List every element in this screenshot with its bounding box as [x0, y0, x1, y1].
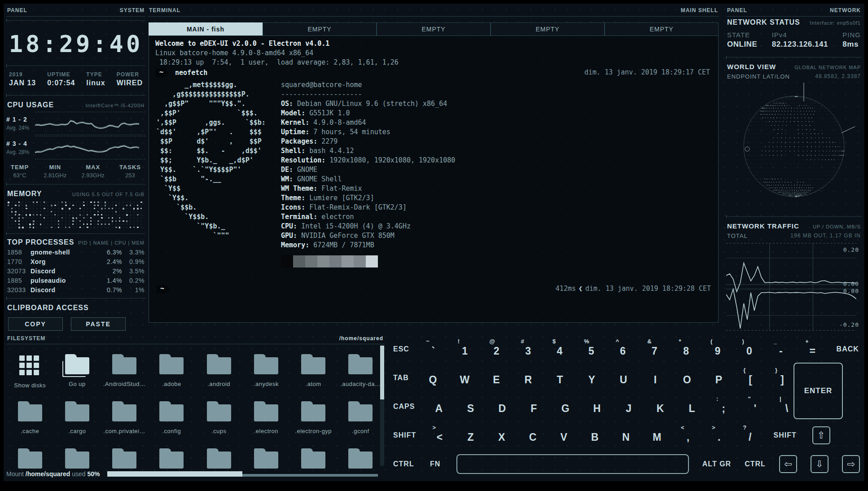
key-z[interactable]: Z — [463, 423, 478, 447]
key--[interactable]: =+ — [805, 337, 820, 361]
key-9[interactable]: 9( — [710, 337, 725, 361]
filesystem-item[interactable]: .AndroidStud… — [101, 349, 148, 396]
arrow-down-key[interactable]: ⇩ — [811, 455, 829, 473]
key-shift[interactable]: SHIFT — [393, 423, 416, 447]
key--[interactable]: ]} — [775, 366, 790, 390]
key-m[interactable]: M — [649, 423, 665, 447]
key-a[interactable]: A — [431, 395, 447, 419]
paste-button[interactable]: PASTE — [71, 317, 126, 331]
terminal-panel-header: TERMINAL MAIN SHELL — [148, 5, 719, 17]
process-cpu: 2.4% — [99, 258, 122, 265]
key-p[interactable]: P — [711, 366, 726, 390]
filesystem-item[interactable]: Show disks — [6, 349, 53, 396]
filesystem-item[interactable]: .adobe — [148, 349, 195, 396]
key--[interactable]: \| — [779, 395, 794, 419]
filesystem-grid: Show disksGo up.AndroidStud….adobe.andro… — [6, 344, 384, 479]
key-o[interactable]: O — [679, 366, 695, 390]
key-g[interactable]: G — [558, 395, 573, 419]
key-n[interactable]: N — [618, 423, 634, 447]
terminal-tab[interactable]: EMPTY — [377, 22, 491, 35]
key--[interactable]: <> — [432, 423, 447, 447]
world-globe[interactable] — [727, 83, 861, 213]
key-s[interactable]: S — [463, 395, 478, 419]
key--[interactable]: ,< — [680, 423, 696, 447]
network-status-title: NETWORK STATUS — [727, 18, 800, 26]
filesystem-item[interactable]: .cargo — [53, 396, 101, 443]
key-fn[interactable]: FN — [428, 452, 443, 476]
key-x[interactable]: X — [494, 423, 509, 447]
key-6[interactable]: 6^ — [615, 337, 631, 361]
filesystem-item-label: .electron — [254, 428, 278, 434]
filesystem-item[interactable]: .atom — [290, 349, 337, 396]
copy-button[interactable]: COPY — [8, 317, 63, 331]
key-c[interactable]: C — [525, 423, 540, 447]
key-t[interactable]: T — [552, 366, 568, 390]
filesystem-item[interactable]: Go up — [53, 349, 101, 396]
key-caps[interactable]: CAPS — [393, 395, 415, 419]
ipv4-cell: IPv4 82.123.126.141 — [772, 31, 828, 49]
key-2[interactable]: 2@ — [489, 337, 504, 361]
filesystem-item[interactable]: .android — [195, 349, 242, 396]
filesystem-item[interactable]: .config — [148, 396, 195, 443]
key-v[interactable]: V — [556, 423, 571, 447]
cpu-group-avg: Avg. 24% — [6, 125, 35, 131]
key-4[interactable]: 4$ — [552, 337, 567, 361]
arrow-up-key[interactable]: ⇧ — [812, 426, 830, 444]
scrollbar-thumb[interactable] — [380, 346, 384, 399]
key-ctrl[interactable]: CTRL — [745, 452, 766, 476]
terminal-tab[interactable]: EMPTY — [491, 22, 605, 35]
enter-key[interactable]: ENTER — [793, 363, 843, 419]
filesystem-item[interactable]: .cups — [195, 396, 242, 443]
space-key[interactable] — [456, 454, 689, 474]
key-alt-gr[interactable]: ALT GR — [702, 452, 731, 476]
max-label: MAX — [82, 164, 105, 171]
filesystem-item[interactable]: .audacity-da… — [337, 349, 384, 396]
key-esc[interactable]: ESC — [393, 337, 409, 361]
key-h[interactable]: H — [589, 395, 605, 419]
filesystem-item[interactable]: .gconf — [337, 396, 384, 443]
key-e[interactable]: E — [489, 366, 504, 390]
arrow-right-key[interactable]: ⇨ — [842, 455, 860, 473]
key-8[interactable]: 8* — [679, 337, 694, 361]
process-row: 1858gnome-shell6.3%3.3% — [6, 247, 145, 257]
key-5[interactable]: 5% — [583, 337, 599, 361]
terminal-tab[interactable]: EMPTY — [263, 22, 377, 35]
key-k[interactable]: K — [653, 395, 668, 419]
key-q[interactable]: Q — [425, 366, 440, 390]
key-tab[interactable]: TAB — [393, 366, 409, 390]
key-l[interactable]: L — [684, 395, 700, 419]
key-f[interactable]: F — [526, 395, 541, 419]
key-r[interactable]: R — [521, 366, 536, 390]
key--[interactable]: '" — [747, 395, 763, 419]
key-back[interactable]: BACK — [837, 337, 859, 361]
key-b[interactable]: B — [587, 423, 602, 447]
key-0[interactable]: 0) — [741, 337, 757, 361]
arrow-left-key[interactable]: ⇦ — [779, 455, 797, 473]
key--[interactable]: [{ — [743, 366, 758, 390]
key-7[interactable]: 7& — [647, 337, 662, 361]
filesystem-scrollbar[interactable] — [380, 346, 384, 466]
key--[interactable]: .> — [711, 423, 727, 447]
key--[interactable]: `~ — [425, 337, 441, 361]
key-ctrl[interactable]: CTRL — [393, 452, 414, 476]
key-1[interactable]: 1! — [457, 337, 473, 361]
key-i[interactable]: I — [648, 366, 663, 390]
filesystem-item[interactable]: .anydesk — [242, 349, 289, 396]
key--[interactable]: ;: — [716, 395, 731, 419]
key-3[interactable]: 3# — [521, 337, 536, 361]
key-y[interactable]: Y — [584, 366, 599, 390]
filesystem-item[interactable]: .electron — [242, 396, 289, 443]
terminal-tab[interactable]: MAIN - fish — [149, 22, 263, 35]
filesystem-item[interactable]: .cache — [6, 396, 53, 443]
key-shift[interactable]: SHIFT — [773, 423, 796, 447]
key--[interactable]: -_ — [773, 337, 789, 361]
terminal-tab[interactable]: EMPTY — [605, 22, 719, 35]
key-j[interactable]: J — [621, 395, 636, 419]
key--[interactable]: /? — [742, 423, 758, 447]
filesystem-item[interactable]: .com.privatei… — [101, 396, 148, 443]
filesystem-item[interactable]: .electron-gyp — [290, 396, 337, 443]
key-d[interactable]: D — [495, 395, 510, 419]
key-w[interactable]: W — [457, 366, 472, 390]
terminal-screen[interactable]: Welcome to eDEX-UI v2.0.0 - Electron v4.… — [149, 35, 719, 323]
key-u[interactable]: U — [616, 366, 631, 390]
